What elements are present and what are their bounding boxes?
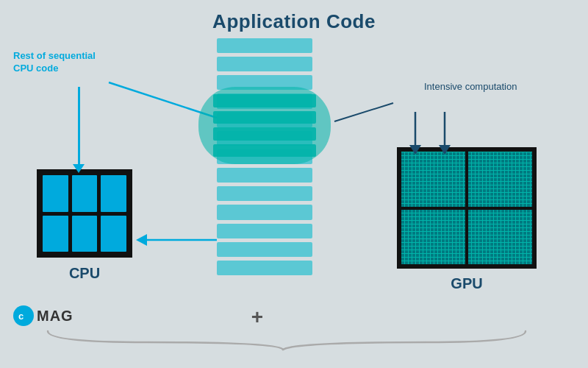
highlight-stripe — [213, 94, 316, 107]
gpu-cell — [401, 210, 465, 265]
code-stripe — [217, 205, 312, 219]
gpu-label: GPU — [419, 275, 514, 292]
code-stripe — [217, 224, 312, 238]
highlight-stripe — [213, 127, 316, 141]
code-stripe — [217, 261, 312, 275]
code-stripe — [217, 242, 312, 257]
code-stripe — [217, 38, 312, 53]
cpu-cell — [43, 175, 68, 212]
code-stripe — [217, 57, 312, 71]
sequential-down-arrow-head — [73, 164, 85, 173]
svg-text:c: c — [18, 311, 24, 322]
cmag-icon: c — [13, 305, 34, 326]
sequential-cpu-label: Rest of sequentialCPU code — [13, 50, 109, 75]
highlight-stripe — [213, 144, 316, 158]
page-title: Application Code — [0, 0, 588, 33]
gpu-cell — [468, 210, 532, 265]
sequential-down-arrow-line — [78, 87, 80, 166]
gpu-box — [397, 147, 537, 269]
cpu-cell — [43, 216, 68, 252]
cpu-cell — [101, 175, 126, 212]
highlight-stripe — [213, 111, 316, 124]
cpu-box — [37, 169, 132, 258]
svg-line-3 — [334, 103, 393, 121]
cpu-cell — [72, 175, 98, 212]
intensive-computation-highlight — [198, 87, 331, 164]
code-stripe — [217, 168, 312, 183]
svg-marker-2 — [136, 234, 147, 246]
cpu-cell — [72, 216, 98, 252]
gpu-cell — [401, 152, 465, 207]
cmag-text: MAG — [37, 308, 74, 325]
intensive-computation-label: Intensive computation — [424, 81, 538, 92]
gpu-cell — [468, 152, 532, 207]
plus-sign: + — [251, 305, 263, 329]
code-stripe — [217, 186, 312, 201]
cpu-cell — [101, 216, 126, 252]
cpu-label: CPU — [51, 265, 118, 282]
cmag-logo: c MAG — [13, 305, 74, 326]
